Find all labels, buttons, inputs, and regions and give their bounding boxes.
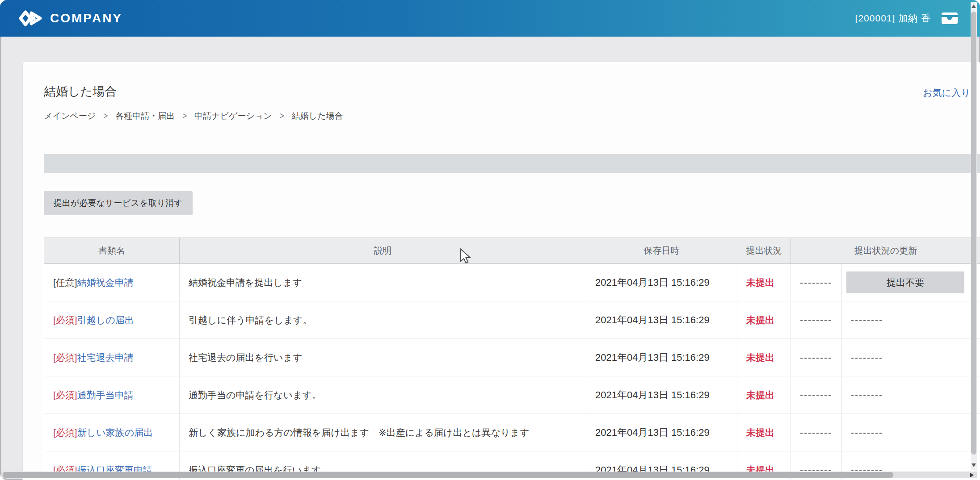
breadcrumb-separator-icon: > [182, 111, 187, 121]
column-header-saved: 保存日時 [586, 238, 737, 264]
doc-description: 結婚祝金申請を提出します [180, 264, 586, 301]
saved-datetime: 2021年04月13日 15:16:29 [586, 414, 737, 451]
status-badge: 未提出 [746, 315, 774, 325]
status-badge: 未提出 [746, 390, 774, 400]
column-header-status: 提出状況 [737, 238, 791, 264]
saved-datetime: 2021年04月13日 15:16:29 [586, 264, 737, 301]
breadcrumb-separator-icon: > [280, 111, 284, 121]
document-link[interactable]: 新しい家族の届出 [77, 427, 153, 438]
main-card: 結婚した場合 メインページ > 各種申請・届出 > 申請ナビゲーション > 結婚… [22, 62, 980, 480]
doc-description: 通勤手当の申請を行ないます。 [180, 376, 586, 414]
saved-datetime: 2021年04月13日 15:16:29 [586, 301, 737, 339]
document-link[interactable]: 社宅退去申請 [77, 352, 134, 363]
update-placeholder: -------- [851, 315, 883, 325]
doc-tag-optional: [任意] [53, 277, 77, 288]
table-row: [必須]通勤手当申請 通勤手当の申請を行ないます。 2021年04月13日 15… [44, 376, 980, 414]
doc-tag-required: [必須] [53, 352, 77, 363]
status-badge: 未提出 [746, 352, 774, 363]
column-header-description: 説明 [180, 238, 586, 264]
doc-description: 社宅退去の届出を行います [180, 339, 586, 376]
table-row: [任意]結婚祝金申請 結婚祝金申請を提出します 2021年04月13日 15:1… [44, 264, 980, 301]
brand: COMPANY [19, 9, 122, 28]
update-placeholder: -------- [800, 315, 832, 325]
favorites-link[interactable]: お気に入り [923, 87, 970, 99]
not-required-button[interactable]: 提出不要 [846, 271, 964, 293]
breadcrumb-item-main[interactable]: メインページ [44, 110, 96, 122]
breadcrumb-separator-icon: > [103, 111, 108, 121]
doc-tag-required: [必須] [53, 390, 77, 400]
breadcrumb-item-navigation[interactable]: 申請ナビゲーション [194, 110, 272, 122]
table-header-row: 書類名 説明 保存日時 提出状況 提出状況の更新 [44, 238, 980, 264]
column-header-document: 書類名 [44, 238, 180, 264]
doc-tag-required: [必須] [53, 315, 77, 325]
scroll-right-icon[interactable] [970, 473, 974, 477]
saved-datetime: 2021年04月13日 15:16:29 [586, 339, 737, 376]
update-placeholder: -------- [800, 427, 832, 438]
table-row: [必須]新しい家族の届出 新しく家族に加わる方の情報を届け出ます ※出産による届… [44, 414, 980, 451]
header-user-area: [200001] 加納 香 [855, 0, 959, 37]
scroll-down-icon[interactable] [972, 463, 976, 467]
document-link[interactable]: 結婚祝金申請 [77, 277, 134, 288]
company-logo-icon [19, 9, 43, 28]
update-placeholder: -------- [851, 352, 883, 363]
status-badge: 未提出 [746, 277, 774, 288]
inbox-icon[interactable] [941, 11, 959, 26]
column-header-status-update: 提出状況の更新 [791, 238, 980, 264]
breadcrumb: メインページ > 各種申請・届出 > 申請ナビゲーション > 結婚した場合 [44, 110, 343, 122]
documents-table: 書類名 説明 保存日時 提出状況 提出状況の更新 [任意]結婚祝金申請 結婚祝金… [44, 238, 980, 480]
page-title: 結婚した場合 [44, 83, 117, 100]
vertical-scrollbar[interactable] [971, 2, 977, 470]
doc-tag-required: [必須] [53, 427, 77, 438]
horizontal-scrollbar-thumb[interactable] [3, 472, 893, 478]
user-label: [200001] 加納 香 [855, 12, 931, 25]
update-placeholder: -------- [851, 390, 883, 400]
breadcrumb-item-applications[interactable]: 各種申請・届出 [115, 110, 175, 122]
update-placeholder: -------- [800, 352, 832, 363]
status-badge: 未提出 [746, 427, 774, 438]
table-row: [必須]引越しの届出 引越しに伴う申請をします。 2021年04月13日 15:… [44, 301, 980, 339]
update-placeholder: -------- [800, 390, 832, 400]
browser-window: COMPANY [200001] 加納 香 結婚した場合 メインページ > 各種… [0, 0, 980, 480]
horizontal-scrollbar[interactable] [1, 472, 977, 478]
scroll-up-icon[interactable] [972, 4, 976, 8]
breadcrumb-item-current: 結婚した場合 [292, 110, 343, 122]
vertical-scrollbar-thumb[interactable] [971, 12, 976, 455]
collapsed-panel-bar [44, 154, 980, 173]
update-placeholder: -------- [800, 277, 832, 288]
table-row: [必須]社宅退去申請 社宅退去の届出を行います 2021年04月13日 15:1… [44, 339, 980, 376]
app-header: COMPANY [200001] 加納 香 [0, 0, 980, 37]
document-link[interactable]: 通勤手当申請 [77, 390, 134, 400]
brand-text: COMPANY [50, 11, 122, 25]
doc-description: 引越しに伴う申請をします。 [180, 301, 586, 339]
cancel-required-services-button[interactable]: 提出が必要なサービスを取り消す [44, 191, 193, 215]
update-placeholder: -------- [851, 427, 883, 438]
document-link[interactable]: 引越しの届出 [77, 315, 134, 325]
section-divider [23, 139, 980, 139]
doc-description: 新しく家族に加わる方の情報を届け出ます ※出産による届け出とは異なります [180, 414, 586, 451]
saved-datetime: 2021年04月13日 15:16:29 [586, 376, 737, 414]
